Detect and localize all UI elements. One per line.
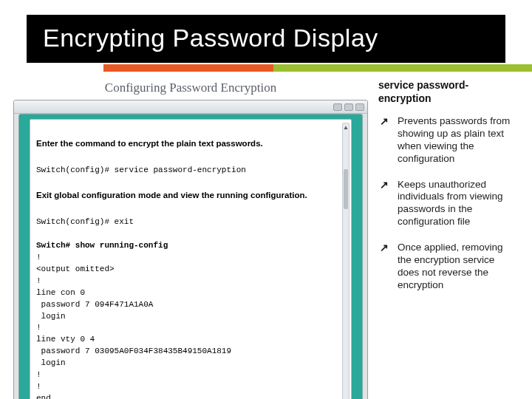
right-column: service password-encryption Prevents pas… [378,78,511,399]
cli-line: password 7 094F471A1A0A [36,300,153,309]
content-area: Configuring Password Encryption Enter th… [0,72,532,399]
cli-line: password 7 03095A0F034F38435B49150A1819 [36,347,231,355]
close-icon [355,103,364,111]
cli-line: line con 0 [36,288,85,297]
cli-line: Switch(config)# exit [36,217,134,226]
terminal-window: Enter the command to encrypt the plain t… [13,100,368,399]
list-item: Prevents passwords from showing up as pl… [378,115,511,166]
console-output: Enter the command to encrypt the plain t… [30,120,351,399]
cli-line: Switch(config)# service password-encrypt… [36,166,246,174]
cli-line: ! [36,253,41,262]
scroll-up-icon[interactable]: ▲ [343,123,349,131]
cli-line: login [36,312,66,321]
cli-line: login [36,358,66,367]
instruction-text: Exit global configuration mode and view … [36,189,339,202]
maximize-icon [344,103,353,111]
cli-line: end [36,394,51,399]
scroll-thumb[interactable] [344,169,348,209]
left-column: Configuring Password Encryption Enter th… [13,78,368,399]
minimize-icon [333,103,342,111]
list-item: Keeps unauthorized individuals from view… [378,179,511,229]
config-title: Configuring Password Encryption [13,78,368,100]
teal-header-bar: Enter the command to encrypt the plain t… [18,114,363,399]
bullet-list: Prevents passwords from showing up as pl… [378,115,511,292]
cli-line: Switch# show running-config [36,241,168,250]
accent-stripe [0,64,532,72]
list-item: Once applied, removing the encryption se… [378,242,511,292]
cli-line: <output omitted> [36,265,115,273]
cli-line: ! [36,370,41,379]
slide-title: Encrypting Password Display [27,15,505,63]
window-titlebar [14,100,367,114]
scrollbar[interactable]: ▲ ▼ [342,123,349,399]
cli-line: ! [36,323,41,332]
cli-line: ! [36,382,41,391]
console-panel: Enter the command to encrypt the plain t… [30,119,352,399]
cli-line: ! [36,276,41,285]
section-heading: service password-encryption [378,79,511,105]
instruction-text: Enter the command to encrypt the plain t… [36,137,339,150]
cli-line: line vty 0 4 [36,335,95,344]
